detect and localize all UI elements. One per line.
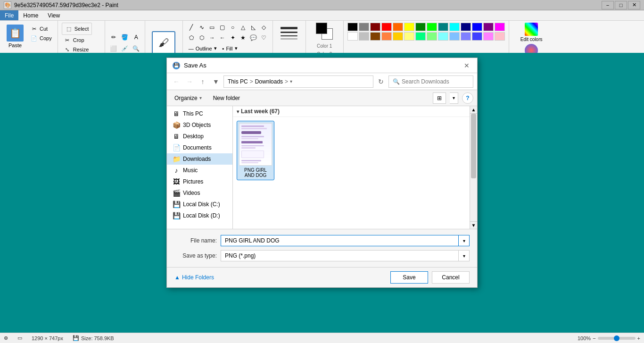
color-cell-10[interactable] xyxy=(461,23,471,31)
close-button[interactable]: ✕ xyxy=(628,1,640,9)
sidebar-item-3d-objects[interactable]: 📦 3D Objects xyxy=(167,119,232,131)
shape-arrow-right[interactable]: → xyxy=(207,33,217,42)
color-cell-12[interactable] xyxy=(483,23,494,31)
organize-button[interactable]: Organize ▾ xyxy=(171,93,206,103)
eyedropper-tool[interactable]: 💉 xyxy=(120,44,130,53)
color1-box[interactable] xyxy=(316,23,327,34)
view-button[interactable]: ⊞ xyxy=(433,92,446,104)
color-cell-22[interactable] xyxy=(438,32,448,41)
color-cell-18[interactable] xyxy=(393,32,403,41)
outline-button[interactable]: — Outline ▾ xyxy=(187,44,219,52)
scroll-down-button[interactable]: ▼ xyxy=(470,221,477,229)
color-cell-26[interactable] xyxy=(483,32,494,41)
color-cell-16[interactable] xyxy=(370,32,380,41)
color-cell-11[interactable] xyxy=(472,23,482,31)
crop-button[interactable]: ✂ Crop xyxy=(62,36,92,44)
color-cell-6[interactable] xyxy=(415,23,426,31)
sidebar-item-videos[interactable]: 🎬 Videos xyxy=(167,187,232,199)
hide-folders-button[interactable]: ▲ Hide Folders xyxy=(174,274,214,281)
fill-tool[interactable]: 🪣 xyxy=(120,33,130,42)
shape-diamond[interactable]: ◇ xyxy=(259,23,269,32)
group-toggle[interactable]: ▾ xyxy=(237,109,239,114)
scroll-up-button[interactable]: ▲ xyxy=(470,106,477,114)
file-name-input[interactable] xyxy=(221,235,458,246)
zoom-decrease-button[interactable]: − xyxy=(593,335,595,341)
color-cell-13[interactable] xyxy=(495,23,505,31)
nav-forward-button[interactable]: → xyxy=(184,76,195,87)
shape-line[interactable]: ╱ xyxy=(187,23,196,32)
shape-pentagon[interactable]: ⬠ xyxy=(187,33,196,42)
sidebar-item-documents[interactable]: 📄 Documents xyxy=(167,142,232,153)
shape-star4[interactable]: ✦ xyxy=(228,33,238,42)
shape-rounded-rect[interactable]: ▢ xyxy=(218,23,227,32)
menu-item-file[interactable]: File xyxy=(0,10,18,20)
shape-star5[interactable]: ★ xyxy=(239,33,248,42)
text-tool[interactable]: A xyxy=(132,33,141,42)
nav-back-button[interactable]: ← xyxy=(171,76,182,87)
sidebar-item-music[interactable]: ♪ Music xyxy=(167,165,232,176)
color-cell-25[interactable] xyxy=(472,32,482,41)
menu-item-home[interactable]: Home xyxy=(18,10,43,20)
paste-button[interactable]: 📋 Paste xyxy=(4,23,26,50)
view-dropdown-button[interactable]: ▾ xyxy=(450,92,458,104)
shape-triangle[interactable]: △ xyxy=(239,23,248,32)
shape-callout[interactable]: 💬 xyxy=(249,33,258,42)
zoom-slider[interactable] xyxy=(598,337,636,340)
file-area-scroll[interactable]: PNG GIRL AND DOG xyxy=(233,117,470,226)
color-cell-4[interactable] xyxy=(393,23,403,31)
shape-arrow-left[interactable]: ← xyxy=(218,33,227,42)
help-button[interactable]: ? xyxy=(462,92,473,104)
sidebar-item-local-c[interactable]: 💾 Local Disk (C:) xyxy=(167,199,232,210)
sidebar-item-local-d[interactable]: 💾 Local Disk (D:) xyxy=(167,210,232,221)
nav-up-button[interactable]: ↑ xyxy=(197,76,208,87)
save-button[interactable]: Save xyxy=(390,271,428,284)
shape-right-tri[interactable]: ◺ xyxy=(249,23,258,32)
maximize-button[interactable]: □ xyxy=(615,1,627,9)
breadcrumb-root[interactable]: This PC xyxy=(228,78,248,85)
select-button[interactable]: ⬚ Select xyxy=(62,23,92,35)
sidebar-item-downloads[interactable]: 📁 Downloads xyxy=(167,153,232,165)
color-cell-8[interactable] xyxy=(438,23,448,31)
color-cell-23[interactable] xyxy=(449,32,460,41)
magnify-tool[interactable]: 🔍 xyxy=(132,44,141,53)
color-cell-21[interactable] xyxy=(427,32,437,41)
shape-rect[interactable]: ▭ xyxy=(207,23,217,32)
color-cell-15[interactable] xyxy=(359,32,369,41)
menu-item-view[interactable]: View xyxy=(43,10,65,20)
color-cell-7[interactable] xyxy=(427,23,437,31)
cut-button[interactable]: ✂ Cut xyxy=(28,25,54,33)
scroll-thumb[interactable] xyxy=(471,114,476,178)
color-cell-9[interactable] xyxy=(449,23,460,31)
color-cell-2[interactable] xyxy=(370,23,380,31)
color-cell-14[interactable] xyxy=(347,32,358,41)
pencil-tool[interactable]: ✏ xyxy=(109,33,118,42)
copy-button[interactable]: 📄 Copy xyxy=(28,34,54,42)
color-cell-5[interactable] xyxy=(404,23,414,31)
minimize-button[interactable]: − xyxy=(602,1,614,9)
color-cell-1[interactable] xyxy=(359,23,369,31)
save-type-dropdown[interactable]: ▾ xyxy=(458,250,470,261)
color-cell-19[interactable] xyxy=(404,32,414,41)
color-cell-17[interactable] xyxy=(381,32,392,41)
nav-refresh-button[interactable]: ↻ xyxy=(375,76,387,87)
breadcrumb-path[interactable]: Downloads xyxy=(255,78,283,85)
new-folder-button[interactable]: New folder xyxy=(209,93,244,103)
fill-button[interactable]: ▪ Fill ▾ xyxy=(221,44,239,52)
shape-hexagon[interactable]: ⬡ xyxy=(197,33,206,42)
color-cell-0[interactable] xyxy=(347,23,358,31)
color-cell-27[interactable] xyxy=(495,32,505,41)
file-name-dropdown[interactable]: ▾ xyxy=(458,235,470,246)
color-cell-20[interactable] xyxy=(415,32,426,41)
color-cell-24[interactable] xyxy=(461,32,471,41)
dialog-close-button[interactable]: ✕ xyxy=(462,61,471,70)
sidebar-item-this-pc[interactable]: 🖥 This PC xyxy=(167,108,232,119)
search-input[interactable] xyxy=(402,78,472,85)
zoom-increase-button[interactable]: + xyxy=(637,335,640,341)
shape-ellipse[interactable]: ○ xyxy=(228,23,238,32)
cancel-button[interactable]: Cancel xyxy=(432,271,470,284)
breadcrumb-bar[interactable]: This PC > Downloads > ▾ xyxy=(223,75,373,88)
edit-colors-button[interactable]: Edit colors xyxy=(520,23,543,42)
sidebar-item-desktop[interactable]: 🖥 Desktop xyxy=(167,131,232,142)
sidebar-item-pictures[interactable]: 🖼 Pictures xyxy=(167,176,232,187)
nav-location-dropdown[interactable]: ▼ xyxy=(210,76,222,87)
